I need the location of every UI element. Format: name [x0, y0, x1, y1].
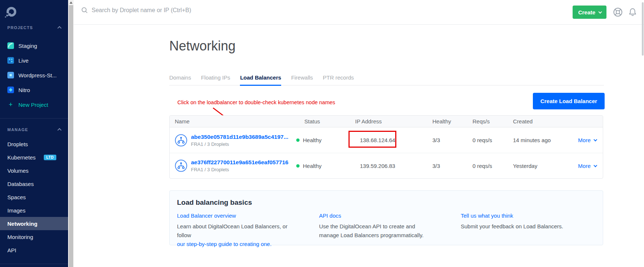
name-cell: ae376ff22770011e9a651e6eaf057716 FRA1 / … [175, 159, 296, 172]
create-button-label: Create [578, 9, 595, 15]
sidebar: PROJECTS Staging Live [0, 0, 68, 267]
new-project-button[interactable]: + New Project [0, 97, 68, 112]
page-title: Networking [169, 38, 236, 54]
sidebar-item-spaces[interactable]: Spaces [0, 190, 68, 204]
projects-label: PROJECTS [7, 25, 33, 30]
sidebar-item-label: Nitro [18, 87, 30, 93]
sidebar-item-monitoring[interactable]: Monitoring [0, 230, 68, 243]
sidebar-item-volumes[interactable]: Volumes [0, 164, 68, 177]
ltd-badge: LTD [44, 155, 56, 160]
sidebar-item-label: Monitoring [7, 234, 33, 240]
basics-text: Use the DigitalOcean API to create and m… [319, 222, 435, 240]
api-docs-link[interactable]: API docs [319, 212, 341, 219]
scroll-up-arrow-icon[interactable] [70, 1, 72, 4]
sidebar-item-label: API [7, 247, 16, 253]
status-label: Healthy [303, 137, 322, 143]
load-balancer-icon [175, 134, 187, 147]
help-lifebuoy-icon[interactable] [613, 7, 623, 17]
status-cell: Healthy [296, 163, 355, 169]
chevron-up-icon[interactable] [57, 26, 61, 30]
basics-col-feedback: Tell us what you think Submit your feedb… [461, 212, 594, 249]
search-area [81, 7, 246, 14]
created-time: 14 minutes ago [513, 137, 566, 143]
chevron-up-icon[interactable] [57, 128, 61, 132]
load-balancer-name-link[interactable]: abe350e05781d11e9b3689a5c4197... [191, 134, 289, 140]
feedback-link[interactable]: Tell us what you think [461, 212, 513, 219]
sidebar-item-staging[interactable]: Staging [0, 38, 68, 53]
name-cell: abe350e05781d11e9b3689a5c4197... FRA1 / … [175, 134, 296, 147]
sidebar-item-networking[interactable]: Networking [0, 217, 68, 230]
tab-firewalls[interactable]: Firewalls [291, 74, 313, 85]
requests-per-second: 0 reqs/s [473, 137, 513, 143]
projects-section-header: PROJECTS [7, 25, 61, 30]
healthy-count: 3/3 [432, 137, 473, 143]
load-balancers-table: Name Status IP Address Healthy Reqs/s Cr… [169, 115, 603, 179]
plus-icon: + [7, 101, 14, 108]
healthy-status-dot [296, 138, 300, 142]
sidebar-item-label: Staging [18, 43, 37, 49]
page-scrollbar[interactable] [642, 2, 644, 56]
more-menu-button[interactable]: More [578, 137, 596, 143]
sidebar-item-live[interactable]: Live [0, 53, 68, 68]
sidebar-item-wordpress[interactable]: Wordpress-St... [0, 68, 68, 82]
sidebar-item-api[interactable]: API [0, 243, 68, 257]
ip-address: 139.59.206.83 [355, 163, 395, 169]
column-header-ip: IP Address [355, 118, 432, 124]
healthy-status-dot [296, 164, 300, 168]
tab-domains[interactable]: Domains [169, 74, 191, 85]
project-live-icon [7, 57, 14, 64]
step-by-step-guide-link[interactable]: our step-by-step guide to creating one. [177, 240, 301, 249]
status-cell: Healthy [296, 137, 355, 143]
project-wordpress-icon [7, 72, 14, 78]
requests-per-second: 0 reqs/s [473, 163, 513, 169]
ip-cell: 138.68.124.64 [355, 127, 432, 153]
basics-text: Learn about DigitalOcean Load Balancers,… [177, 223, 287, 238]
more-label: More [578, 163, 591, 169]
sidebar-item-label: Volumes [7, 168, 29, 174]
region-droplets-label: FRA1 / 3 Droplets [191, 167, 289, 172]
sidebar-item-images[interactable]: Images [0, 204, 68, 217]
column-header-created: Created [513, 118, 566, 124]
more-label: More [578, 137, 591, 143]
column-header-status: Status [296, 118, 355, 124]
load-balancer-name-link[interactable]: ae376ff22770011e9a651e6eaf057716 [191, 159, 289, 166]
column-header-healthy: Healthy [432, 118, 473, 124]
digitalocean-logo-icon[interactable] [5, 6, 18, 19]
main-content: Networking Domains Floating IPs Load Bal… [169, 25, 604, 267]
sidebar-item-databases[interactable]: Databases [0, 177, 68, 190]
search-input[interactable] [92, 7, 246, 14]
more-menu-button[interactable]: More [578, 163, 596, 169]
table-header-row: Name Status IP Address Healthy Reqs/s Cr… [170, 116, 603, 127]
sidebar-item-label: Spaces [7, 194, 26, 200]
region-droplets-label: FRA1 / 3 Droplets [191, 141, 289, 147]
basics-col-overview: Load Balancer overview Learn about Digit… [177, 212, 319, 249]
notifications-bell-icon[interactable] [628, 7, 637, 17]
basics-columns: Load Balancer overview Learn about Digit… [177, 212, 594, 249]
manage-section-header: MANAGE [7, 127, 61, 132]
create-load-balancer-button[interactable]: Create Load Balancer [533, 93, 605, 109]
tab-ptr-records[interactable]: PTR records [323, 74, 354, 85]
tab-floating-ips[interactable]: Floating IPs [201, 74, 230, 85]
basics-title: Load balancing basics [177, 199, 594, 207]
load-balancer-overview-link[interactable]: Load Balancer overview [177, 212, 236, 219]
sidebar-item-label: Networking [7, 221, 38, 227]
sidebar-item-droplets[interactable]: Droplets [0, 137, 68, 151]
ip-cell: 139.59.206.83 [355, 153, 432, 178]
tab-bar: Domains Floating IPs Load Balancers Fire… [169, 74, 604, 85]
chevron-down-icon [598, 10, 602, 14]
digitalocean-networking-page: PROJECTS Staging Live [0, 0, 644, 267]
sidebar-item-kubernetes[interactable]: Kubernetes LTD [0, 151, 68, 164]
sidebar-scrollbar[interactable] [68, 0, 74, 267]
sidebar-item-nitro[interactable]: Nitro [0, 82, 68, 97]
create-button[interactable]: Create [573, 6, 606, 19]
project-nitro-icon [7, 87, 14, 93]
projects-nav: Staging Live Wordpress-St... [0, 38, 68, 112]
created-time: Yesterday [513, 163, 566, 169]
scrollbar-thumb[interactable] [69, 5, 73, 267]
basics-col-api: API docs Use the DigitalOcean API to cre… [319, 212, 461, 249]
annotation-text: Click on the loadbalancer to double-chec… [177, 99, 335, 105]
sidebar-item-label: Databases [7, 181, 34, 187]
tab-load-balancers[interactable]: Load Balancers [240, 74, 281, 86]
sidebar-item-label: Wordpress-St... [18, 72, 57, 78]
load-balancing-basics-card: Load balancing basics Load Balancer over… [169, 190, 603, 245]
